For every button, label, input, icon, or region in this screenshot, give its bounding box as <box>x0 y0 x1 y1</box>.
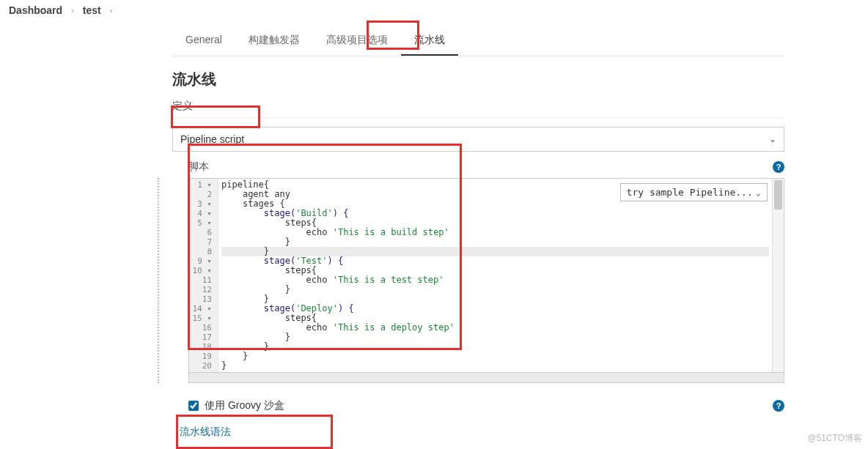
groovy-sandbox-label: 使用 Groovy 沙盒 <box>205 399 284 412</box>
groovy-sandbox-input[interactable] <box>188 401 199 411</box>
tab-general[interactable]: General <box>172 26 235 56</box>
breadcrumb-test[interactable]: test <box>78 3 106 18</box>
groovy-sandbox-checkbox[interactable]: 使用 Groovy 沙盒 <box>188 399 284 412</box>
script-editor[interactable]: 1 ▾23 ▾4 ▾5 ▾6789 ▾10 ▾11121314 ▾15 ▾161… <box>188 178 784 373</box>
help-icon[interactable]: ? <box>773 400 784 412</box>
breadcrumb-dashboard[interactable]: Dashboard <box>4 3 67 18</box>
script-label: 脚本 <box>172 157 209 177</box>
sample-pipeline-label: try sample Pipeline... <box>627 187 753 198</box>
tab-triggers[interactable]: 构建触发器 <box>235 26 313 56</box>
editor-code[interactable]: pipeline{ agent any stages { stage('Buil… <box>218 179 772 372</box>
definition-label: 定义 <box>172 95 784 118</box>
help-icon[interactable]: ? <box>773 161 784 173</box>
pipeline-syntax-link[interactable]: 流水线语法 <box>180 426 231 439</box>
tab-pipeline[interactable]: 流水线 <box>401 26 458 56</box>
editor-gutter: 1 ▾23 ▾4 ▾5 ▾6789 ▾10 ▾11121314 ▾15 ▾161… <box>189 179 218 372</box>
sample-pipeline-select[interactable]: try sample Pipeline... ⌄ <box>620 183 768 201</box>
chevron-down-icon: ⌄ <box>756 188 761 198</box>
config-tabs: General 构建触发器 高级项目选项 流水线 <box>172 26 784 56</box>
side-guide <box>158 178 159 383</box>
watermark: @51CTO博客 <box>807 432 862 445</box>
horizontal-scrollbar[interactable] <box>188 373 784 383</box>
chevron-right-icon: › <box>71 6 74 15</box>
tab-advanced[interactable]: 高级项目选项 <box>313 26 401 56</box>
breadcrumb: Dashboard › test › <box>0 0 868 21</box>
section-title: 流水线 <box>172 70 784 89</box>
definition-select[interactable]: Pipeline script ⌄ <box>172 127 784 152</box>
definition-value: Pipeline script <box>180 133 244 145</box>
chevron-right-icon: › <box>110 6 113 15</box>
vertical-scrollbar[interactable] <box>772 179 784 372</box>
pipeline-section: 流水线 定义 Pipeline script ⌄ 脚本 ? 1 ▾23 ▾4 ▾… <box>172 56 784 449</box>
chevron-down-icon: ⌄ <box>769 134 776 144</box>
